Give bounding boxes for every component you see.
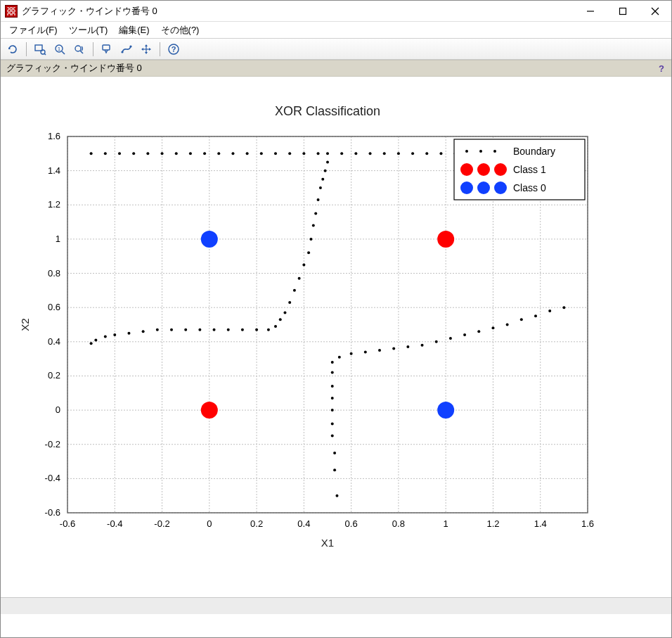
svg-point-155 bbox=[520, 318, 523, 321]
svg-point-103 bbox=[298, 277, 301, 280]
svg-point-82 bbox=[189, 152, 192, 155]
toolbar-separator bbox=[160, 42, 160, 56]
svg-text:X2: X2 bbox=[19, 318, 31, 331]
svg-point-87 bbox=[260, 152, 263, 155]
window-title: グラフィック・ウインドウ番号 0 bbox=[22, 5, 574, 18]
datatip-icon bbox=[101, 43, 113, 56]
svg-point-116 bbox=[170, 328, 173, 331]
toolbar: 1 ? bbox=[1, 39, 671, 60]
svg-point-94 bbox=[324, 170, 327, 172]
menu-other[interactable]: その他(?) bbox=[155, 23, 205, 38]
svg-point-148 bbox=[421, 344, 424, 347]
toolbar-separator bbox=[93, 42, 93, 56]
menu-file[interactable]: ファイル(F) bbox=[4, 23, 63, 38]
svg-point-166 bbox=[333, 468, 336, 471]
zoom-reset-icon bbox=[73, 43, 86, 56]
rotate-icon bbox=[6, 43, 19, 56]
svg-point-97 bbox=[317, 198, 320, 201]
svg-point-161 bbox=[331, 397, 334, 400]
zoom-reset-button[interactable] bbox=[70, 41, 89, 58]
svg-point-75 bbox=[90, 152, 93, 155]
datatip-button[interactable] bbox=[98, 41, 116, 58]
svg-point-141 bbox=[331, 361, 334, 364]
plot-area[interactable]: XOR Classification-0.6-0.4-0.200.20.40.6… bbox=[1, 77, 671, 597]
svg-point-110 bbox=[255, 328, 258, 331]
app-icon bbox=[5, 5, 18, 18]
svg-point-117 bbox=[156, 328, 159, 331]
svg-point-84 bbox=[217, 152, 220, 155]
svg-text:1.6: 1.6 bbox=[48, 131, 60, 141]
svg-point-93 bbox=[326, 160, 329, 163]
svg-point-163 bbox=[331, 423, 334, 426]
svg-point-171 bbox=[493, 150, 496, 153]
svg-point-113 bbox=[213, 328, 216, 331]
svg-line-11 bbox=[80, 51, 83, 53]
svg-text:?: ? bbox=[172, 45, 176, 53]
svg-text:1.2: 1.2 bbox=[486, 518, 499, 529]
svg-point-105 bbox=[288, 301, 291, 304]
rotate-tool-button[interactable] bbox=[4, 41, 22, 58]
svg-point-142 bbox=[338, 356, 341, 359]
svg-point-151 bbox=[463, 333, 466, 336]
zoom-fit-icon: 1 bbox=[53, 43, 66, 56]
svg-point-89 bbox=[288, 152, 291, 155]
minimize-icon bbox=[586, 7, 595, 15]
svg-text:-0.2: -0.2 bbox=[154, 518, 169, 529]
svg-point-122 bbox=[94, 338, 97, 341]
zoom-rect-button[interactable] bbox=[31, 41, 49, 58]
svg-point-146 bbox=[392, 347, 395, 350]
info-bar-help[interactable]: ? bbox=[659, 63, 664, 74]
close-icon bbox=[651, 7, 659, 15]
window-controls bbox=[574, 1, 671, 21]
svg-point-154 bbox=[506, 324, 509, 326]
svg-point-86 bbox=[246, 152, 249, 155]
svg-point-120 bbox=[113, 333, 116, 336]
menu-edit[interactable]: 編集(E) bbox=[113, 23, 155, 38]
svg-text:XOR Classification: XOR Classification bbox=[275, 104, 380, 118]
help-button[interactable]: ? bbox=[164, 41, 183, 58]
svg-rect-12 bbox=[103, 45, 110, 50]
svg-point-127 bbox=[383, 152, 386, 155]
svg-point-79 bbox=[146, 152, 149, 155]
svg-point-114 bbox=[198, 328, 201, 331]
svg-point-165 bbox=[333, 452, 336, 454]
svg-point-162 bbox=[331, 409, 334, 411]
svg-point-95 bbox=[321, 178, 324, 181]
pan-button[interactable] bbox=[137, 41, 155, 58]
svg-point-92 bbox=[326, 152, 329, 155]
svg-line-9 bbox=[62, 51, 65, 54]
menu-tools[interactable]: ツール(T) bbox=[63, 23, 114, 38]
svg-point-85 bbox=[231, 152, 234, 155]
svg-point-112 bbox=[227, 328, 230, 331]
svg-text:1.6: 1.6 bbox=[581, 518, 594, 529]
minimize-button[interactable] bbox=[574, 1, 607, 21]
svg-point-153 bbox=[491, 326, 494, 329]
curve-edit-icon bbox=[120, 43, 133, 56]
svg-point-98 bbox=[314, 212, 317, 215]
svg-point-125 bbox=[354, 152, 357, 155]
svg-text:1: 1 bbox=[58, 46, 61, 52]
svg-text:-0.4: -0.4 bbox=[45, 473, 60, 483]
svg-point-124 bbox=[340, 152, 343, 155]
svg-point-147 bbox=[406, 345, 409, 348]
svg-text:0.4: 0.4 bbox=[297, 518, 310, 529]
svg-point-111 bbox=[241, 328, 244, 331]
svg-text:0.2: 0.2 bbox=[250, 518, 263, 529]
svg-text:0.8: 0.8 bbox=[392, 518, 405, 529]
svg-point-159 bbox=[331, 371, 334, 374]
toolbar-separator bbox=[26, 42, 27, 56]
svg-point-158 bbox=[562, 306, 565, 309]
svg-text:Class 1: Class 1 bbox=[513, 164, 546, 175]
svg-text:X1: X1 bbox=[321, 537, 334, 549]
close-button[interactable] bbox=[639, 1, 671, 21]
maximize-button[interactable] bbox=[607, 1, 639, 21]
curve-edit-button[interactable] bbox=[117, 41, 136, 58]
svg-text:-0.2: -0.2 bbox=[45, 439, 60, 449]
svg-point-102 bbox=[302, 263, 305, 266]
zoom-fit-button[interactable]: 1 bbox=[51, 41, 69, 58]
info-bar: グラフィック・ウインドウ番号 0 ? bbox=[1, 60, 671, 77]
svg-text:0.6: 0.6 bbox=[345, 518, 358, 529]
svg-point-72 bbox=[437, 231, 454, 248]
pan-icon bbox=[140, 43, 153, 56]
svg-point-177 bbox=[460, 181, 473, 194]
